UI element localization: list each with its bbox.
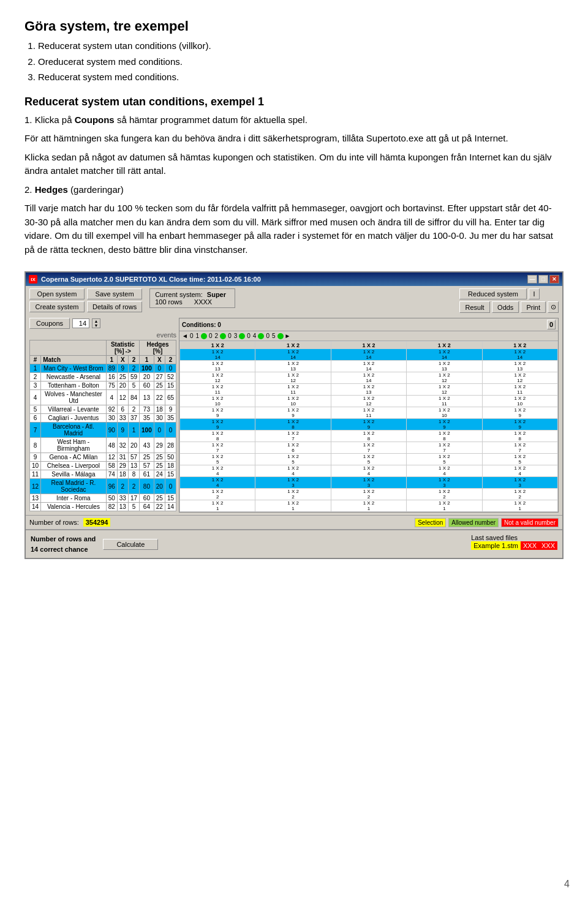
hedge-2[interactable]: 65 <box>165 390 176 405</box>
cond-cell-13-2[interactable]: 1 X 22 <box>255 489 331 500</box>
hedge-x[interactable]: 0 <box>154 423 165 438</box>
cond-cell-7-5[interactable]: 1 X 29 <box>482 419 557 430</box>
hedge-1[interactable]: 60 <box>140 494 154 503</box>
hedge-1[interactable]: 73 <box>140 405 154 414</box>
hedge-2[interactable]: 0 <box>165 423 176 438</box>
cond-cell-10-5[interactable]: 1 X 25 <box>482 454 557 465</box>
hedge-x[interactable]: 25 <box>154 462 165 470</box>
saved-file-2[interactable]: XXX <box>521 541 539 550</box>
hedge-1[interactable]: 60 <box>140 381 154 390</box>
cond-cell-2-4[interactable]: 1 X 213 <box>407 361 482 372</box>
cond-cell-7-1[interactable]: 1 X 29 <box>180 419 255 430</box>
cond-cell-1-4[interactable]: 1 X 214 <box>407 349 482 361</box>
cond-cell-12-5[interactable]: 1 X 23 <box>482 477 557 489</box>
hedge-x[interactable]: 24 <box>154 470 165 479</box>
cond-cell-9-2[interactable]: 1 X 26 <box>255 442 331 454</box>
odds-button[interactable]: Odds <box>492 301 519 313</box>
cond-next[interactable]: ► <box>285 333 291 339</box>
cond-cell-13-4[interactable]: 1 X 22 <box>407 489 482 500</box>
cond-cell-5-2[interactable]: 1 X 210 <box>255 396 331 407</box>
conditions-btn[interactable]: 0 <box>547 320 556 329</box>
cond-cell-3-5[interactable]: 1 X 212 <box>482 372 557 384</box>
hedge-x[interactable]: 22 <box>154 390 165 405</box>
cond-cell-5-3[interactable]: 1 X 212 <box>331 396 406 407</box>
saved-file-3[interactable]: XXX <box>539 541 557 550</box>
spin-up[interactable]: ▲ <box>92 319 100 323</box>
hedge-x[interactable]: 25 <box>154 494 165 503</box>
cond-cell-10-1[interactable]: 1 X 25 <box>180 454 255 465</box>
cond-cell-11-3[interactable]: 1 X 24 <box>331 465 406 477</box>
cond-cell-9-4[interactable]: 1 X 27 <box>407 442 482 454</box>
cond-cell-14-4[interactable]: 1 X 21 <box>407 500 482 512</box>
hedge-x[interactable]: 25 <box>154 453 165 462</box>
details-of-rows-button[interactable]: Details of rows <box>87 301 142 312</box>
cond-cell-14-1[interactable]: 1 X 21 <box>180 500 255 512</box>
cond-cell-2-3[interactable]: 1 X 214 <box>331 361 406 372</box>
hedge-2[interactable]: 15 <box>165 470 176 479</box>
hedge-1[interactable]: 64 <box>140 503 154 511</box>
cond-cell-9-3[interactable]: 1 X 27 <box>331 442 406 454</box>
cond-cell-8-1[interactable]: 1 X 28 <box>180 430 255 442</box>
cond-cell-6-2[interactable]: 1 X 29 <box>255 407 331 419</box>
cond-cell-4-3[interactable]: 1 X 213 <box>331 384 406 396</box>
hedge-2[interactable]: 35 <box>165 414 176 423</box>
hedge-x[interactable]: 29 <box>154 438 165 453</box>
cond-cell-11-1[interactable]: 1 X 24 <box>180 465 255 477</box>
cond-cell-12-4[interactable]: 1 X 23 <box>407 477 482 489</box>
coupons-button[interactable]: Coupons <box>29 318 70 329</box>
cond-cell-12-1[interactable]: 1 X 24 <box>180 477 255 489</box>
cond-cell-3-1[interactable]: 1 X 212 <box>180 372 255 384</box>
cond-cell-4-2[interactable]: 1 X 211 <box>255 384 331 396</box>
hedge-1[interactable]: 13 <box>140 390 154 405</box>
cond-cell-2-2[interactable]: 1 X 213 <box>255 361 331 372</box>
cond-cell-6-3[interactable]: 1 X 211 <box>331 407 406 419</box>
close-button[interactable]: ✕ <box>549 275 559 284</box>
cond-cell-11-5[interactable]: 1 X 24 <box>482 465 557 477</box>
cond-cell-10-4[interactable]: 1 X 25 <box>407 454 482 465</box>
print-button[interactable]: Print <box>521 301 546 313</box>
hedge-2[interactable]: 15 <box>165 494 176 503</box>
cond-cell-5-4[interactable]: 1 X 211 <box>407 396 482 407</box>
save-system-button[interactable]: Save system <box>87 288 142 299</box>
hedge-2[interactable]: 9 <box>165 405 176 414</box>
cond-cell-1-1[interactable]: 1 X 214 <box>180 349 255 361</box>
cond-cell-5-5[interactable]: 1 X 210 <box>482 396 557 407</box>
cond-cell-1-3[interactable]: 1 X 214 <box>331 349 406 361</box>
cond-cell-3-4[interactable]: 1 X 212 <box>407 372 482 384</box>
cond-cell-6-1[interactable]: 1 X 29 <box>180 407 255 419</box>
hedge-x[interactable]: 25 <box>154 381 165 390</box>
hedge-1[interactable]: 80 <box>140 479 154 494</box>
cond-cell-12-3[interactable]: 1 X 23 <box>331 477 406 489</box>
cond-cell-14-3[interactable]: 1 X 21 <box>331 500 406 512</box>
hedge-2[interactable]: 18 <box>165 462 176 470</box>
hedge-1[interactable]: 57 <box>140 462 154 470</box>
cond-cell-1-2[interactable]: 1 X 214 <box>255 349 331 361</box>
hedge-1[interactable]: 61 <box>140 470 154 479</box>
cond-cell-11-2[interactable]: 1 X 24 <box>255 465 331 477</box>
cond-cell-6-4[interactable]: 1 X 210 <box>407 407 482 419</box>
cond-cell-13-1[interactable]: 1 X 22 <box>180 489 255 500</box>
open-system-button[interactable]: Open system <box>29 288 85 299</box>
result-button[interactable]: Result <box>459 301 490 313</box>
cond-cell-12-2[interactable]: 1 X 23 <box>255 477 331 489</box>
cond-cell-4-4[interactable]: 1 X 212 <box>407 384 482 396</box>
cond-cell-4-5[interactable]: 1 X 211 <box>482 384 557 396</box>
hedge-x[interactable]: 27 <box>154 373 165 381</box>
hedge-1[interactable]: 20 <box>140 373 154 381</box>
hedge-x[interactable]: 18 <box>154 405 165 414</box>
cond-prev[interactable]: ◄ <box>182 333 188 339</box>
cond-cell-2-5[interactable]: 1 X 213 <box>482 361 557 372</box>
events-spinner[interactable]: ▲ ▼ <box>92 318 100 328</box>
hedge-2[interactable]: 15 <box>165 381 176 390</box>
cond-cell-4-1[interactable]: 1 X 211 <box>180 384 255 396</box>
hedge-1[interactable]: 25 <box>140 453 154 462</box>
cond-cell-7-2[interactable]: 1 X 28 <box>255 419 331 430</box>
cond-cell-2-1[interactable]: 1 X 213 <box>180 361 255 372</box>
cond-cell-14-5[interactable]: 1 X 21 <box>482 500 557 512</box>
hedge-2[interactable]: 52 <box>165 373 176 381</box>
hedge-2[interactable]: 50 <box>165 453 176 462</box>
hedge-2[interactable]: 0 <box>165 364 176 373</box>
cond-cell-6-5[interactable]: 1 X 29 <box>482 407 557 419</box>
cond-cell-8-3[interactable]: 1 X 28 <box>331 430 406 442</box>
hedge-1[interactable]: 100 <box>140 364 154 373</box>
